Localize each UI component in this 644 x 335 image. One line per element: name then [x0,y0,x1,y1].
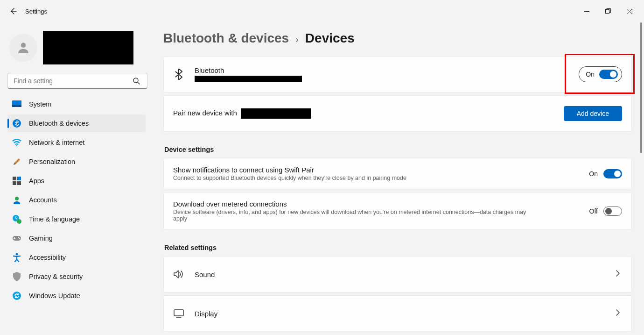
metered-card: Download over metered connections Device… [163,192,632,230]
svg-rect-19 [174,310,183,316]
bluetooth-toggle-container[interactable]: On [579,66,622,82]
bluetooth-icon [12,119,21,128]
svg-rect-7 [13,177,16,180]
svg-point-18 [13,292,21,300]
minimize-button[interactable] [576,4,597,19]
titlebar: Settings [0,0,644,22]
svg-rect-10 [17,181,21,185]
svg-rect-9 [13,181,16,185]
user-name-redacted [43,31,133,64]
sound-link-card[interactable]: Sound [163,256,632,292]
display-icon [173,309,184,318]
nav: System Bluetooth & devices Network & int… [7,95,147,305]
svg-rect-0 [606,10,609,14]
nav-time-language[interactable]: Time & language [7,210,146,228]
clock-globe-icon [12,214,21,224]
breadcrumb: Bluetooth & devices › Devices [163,22,632,56]
pair-card: Pair new device with Add device [163,95,632,132]
maximize-icon [605,8,611,14]
nav-label: Windows Update [29,292,80,299]
nav-bluetooth-devices[interactable]: Bluetooth & devices [7,114,146,132]
bluetooth-title: Bluetooth [195,66,302,74]
back-arrow-icon [9,7,17,15]
nav-personalization[interactable]: Personalization [7,153,146,171]
nav-apps[interactable]: Apps [7,172,146,190]
svg-rect-8 [17,177,21,180]
search-field-wrap [7,73,146,89]
nav-privacy-security[interactable]: Privacy & security [7,268,146,285]
swift-pair-desc: Connect to supported Bluetooth devices q… [173,175,406,181]
minimize-icon [584,9,589,14]
window-controls [576,4,640,19]
back-button[interactable] [4,2,22,21]
sound-icon [173,270,184,279]
nav-label: Accounts [29,196,57,204]
swift-pair-card: Show notifications to connect using Swif… [163,158,632,189]
scrollbar[interactable] [640,22,642,335]
close-button[interactable] [619,4,640,19]
nav-gaming[interactable]: Gaming [7,229,146,247]
bluetooth-card: Bluetooth On [163,56,632,93]
close-icon [627,9,632,14]
search-input[interactable] [7,73,147,89]
pair-text: Pair new device with [173,108,311,119]
svg-point-15 [18,237,20,238]
svg-point-6 [16,145,18,146]
svg-rect-4 [12,105,21,107]
nav-label: Personalization [29,158,75,165]
metered-title: Download over metered connections [173,200,532,208]
chevron-right-icon [614,309,622,318]
breadcrumb-parent[interactable]: Bluetooth & devices [163,31,289,46]
breadcrumb-current: Devices [305,31,355,46]
display-link-card[interactable]: Display [163,295,632,332]
metered-toggle[interactable] [603,207,622,216]
swift-pair-toggle[interactable] [603,169,622,178]
bluetooth-toggle[interactable] [599,70,618,79]
add-device-button[interactable]: Add device [564,106,622,121]
gamepad-icon [12,234,21,243]
pair-device-name-redacted [241,108,311,119]
swift-pair-toggle-label: On [589,170,598,178]
nav-label: Privacy & security [29,273,83,280]
metered-toggle-label: Off [589,207,598,215]
scrollbar-thumb[interactable] [640,22,642,153]
search-icon [133,77,140,85]
svg-point-11 [15,197,19,200]
nav-label: Gaming [29,235,53,242]
apps-icon [12,176,21,185]
chevron-right-icon: › [295,34,299,45]
maximize-button[interactable] [597,4,619,19]
svg-point-1 [21,43,26,48]
sidebar: System Bluetooth & devices Network & int… [0,22,149,335]
svg-point-16 [19,238,21,240]
svg-point-2 [133,78,138,83]
section-device-settings: Device settings [164,146,632,153]
chevron-right-icon [614,270,622,278]
system-icon [12,100,21,109]
sound-label: Sound [195,271,215,278]
shield-icon [12,272,21,281]
nav-system[interactable]: System [7,95,146,113]
nav-accessibility[interactable]: Accessibility [7,249,146,266]
bluetooth-subtitle-redacted [195,76,302,82]
user-profile-row[interactable] [7,26,147,73]
update-icon [12,291,21,300]
nav-label: System [29,100,51,108]
nav-accounts[interactable]: Accounts [7,191,146,209]
window-title: Settings [25,8,47,15]
metered-desc: Device software (drivers, info, and apps… [173,209,532,222]
nav-windows-update[interactable]: Windows Update [7,287,146,305]
nav-network[interactable]: Network & internet [7,134,146,151]
nav-label: Network & internet [29,139,84,146]
wifi-icon [12,138,21,147]
nav-label: Apps [29,177,44,185]
section-related-settings: Related settings [164,244,632,251]
swift-pair-title: Show notifications to connect using Swif… [173,166,406,174]
svg-point-17 [16,253,18,256]
accounts-icon [12,195,21,205]
accessibility-icon [12,253,21,262]
bluetooth-toggle-label: On [586,71,595,78]
nav-label: Accessibility [29,254,66,261]
content: Bluetooth & devices › Devices Bluetooth … [149,22,644,335]
avatar [9,34,37,62]
